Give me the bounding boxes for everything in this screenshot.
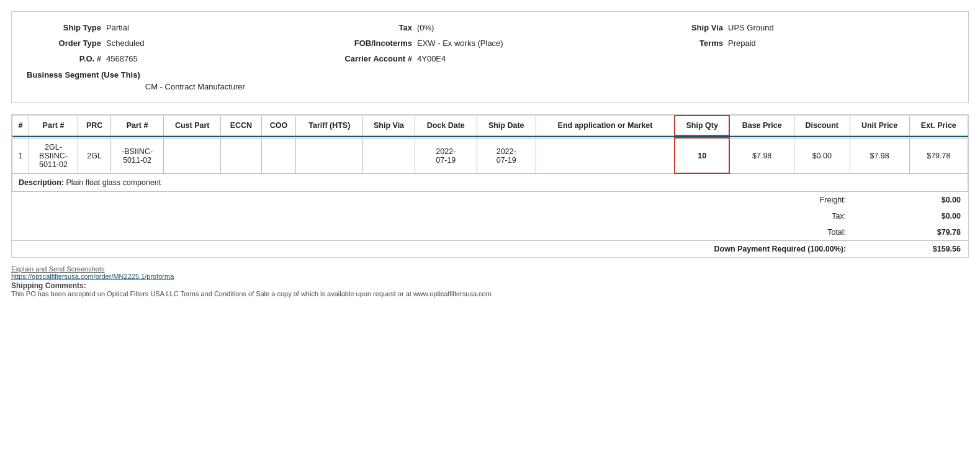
- fob-value: EXW - Ex works (Place): [417, 39, 503, 48]
- ship-type-value: Partial: [106, 23, 129, 32]
- col-cust-part: Cust Part: [164, 116, 221, 135]
- down-payment-row: Down Payment Required (100.00%): $159.56: [12, 241, 968, 258]
- cell-ext-price: $79.78: [909, 138, 968, 173]
- col-dock-date: Dock Date: [415, 116, 477, 135]
- tax-summary-row: Tax: $0.00: [12, 208, 968, 224]
- ship-via-label: Ship Via: [649, 23, 723, 32]
- shipping-comments-title: Shipping Comments:: [11, 281, 86, 290]
- cell-num: 1: [12, 138, 29, 173]
- cell-unit-price: $7.98: [850, 138, 909, 173]
- tax-summary-value: $0.00: [853, 208, 968, 224]
- col-part-num2: Part #: [111, 116, 164, 135]
- col-unit-price: Unit Price: [850, 116, 909, 135]
- description-label: Description:: [19, 178, 64, 187]
- table-row: 1 2GL-BSIINC-5011-02 2GL -BSIINC-5011-02…: [12, 138, 968, 173]
- cell-coo: [261, 138, 296, 173]
- cell-ship-qty: 10: [675, 138, 729, 173]
- business-segment-value: CM - Contract Manufacturer: [145, 70, 245, 91]
- carrier-row: Carrier Account # 4Y00E4: [338, 54, 642, 63]
- tax-value: (0%): [417, 23, 434, 32]
- cell-base-price: $7.98: [729, 138, 794, 173]
- info-grid: Ship Type Partial Order Type Scheduled P…: [27, 23, 953, 91]
- total-row: Total: $79.78: [12, 224, 968, 241]
- tax-label: Tax: [338, 23, 412, 32]
- terms-value: Prepaid: [728, 39, 756, 48]
- cell-part-num: 2GL-BSIINC-5011-02: [29, 138, 78, 173]
- col-prc: PRC: [78, 116, 111, 135]
- cell-ship-date: 2022-07-19: [477, 138, 536, 173]
- freight-label: Freight:: [12, 192, 853, 208]
- cell-discount: $0.00: [794, 138, 850, 173]
- ship-type-label: Ship Type: [27, 23, 101, 32]
- business-segment-label: Business Segment (Use This): [27, 70, 140, 81]
- freight-value: $0.00: [853, 192, 968, 208]
- col-eccn: ECCN: [221, 116, 261, 135]
- footer-text: This PO has been accepted un Optical Fil…: [11, 290, 969, 297]
- col-part-num: Part #: [29, 116, 78, 135]
- ship-via-value: UPS Ground: [728, 23, 774, 32]
- ship-via-row: Ship Via UPS Ground: [649, 23, 953, 32]
- po-value: 4568765: [106, 54, 138, 63]
- col-ship-via: Ship Via: [363, 116, 415, 135]
- cell-part-num2: -BSIINC-5011-02: [111, 138, 164, 173]
- ship-type-row: Ship Type Partial: [27, 23, 331, 32]
- col-base-price: Base Price: [729, 116, 794, 135]
- col-discount: Discount: [794, 116, 850, 135]
- order-type-value: Scheduled: [106, 39, 144, 48]
- cell-tariff: [296, 138, 363, 173]
- down-payment-label: Down Payment Required (100.00%):: [12, 241, 853, 258]
- cell-ship-via: [363, 138, 415, 173]
- order-type-label: Order Type: [27, 39, 101, 48]
- terms-row: Terms Prepaid: [649, 39, 953, 48]
- total-value: $79.78: [853, 224, 968, 241]
- business-segment-row: Business Segment (Use This) CM - Contrac…: [27, 70, 331, 91]
- col-tariff: Tariff (HTS): [296, 116, 363, 135]
- col-ship-qty: Ship Qty: [675, 116, 729, 135]
- carrier-label: Carrier Account #: [338, 54, 412, 63]
- po-label: P.O. #: [27, 54, 101, 63]
- cell-end-app: [536, 138, 675, 173]
- total-label: Total:: [12, 224, 853, 241]
- terms-label: Terms: [649, 39, 723, 48]
- line-items-table: # Part # PRC Part # Cust Part ECCN COO T…: [12, 115, 968, 192]
- description-cell: Description: Plain float glass component: [12, 173, 968, 192]
- url-text[interactable]: https://opticalfiltersusa.com/order/MN22…: [11, 273, 174, 280]
- cell-prc: 2GL: [78, 138, 111, 173]
- freight-row: Freight: $0.00: [12, 192, 968, 208]
- description-row: Description: Plain float glass component: [12, 173, 968, 192]
- col-ext-price: Ext. Price: [909, 116, 968, 135]
- down-payment-value: $159.56: [853, 241, 968, 258]
- description-value: Plain float glass component: [66, 178, 161, 187]
- cell-eccn: [221, 138, 261, 173]
- footer-links: Explain and Send Screenshots https://opt…: [11, 265, 969, 280]
- line-items-table-section: # Part # PRC Part # Cust Part ECCN COO T…: [11, 114, 969, 258]
- tax-row: Tax (0%): [338, 23, 642, 32]
- top-info-box: Ship Type Partial Order Type Scheduled P…: [11, 11, 969, 103]
- tax-summary-label: Tax:: [12, 208, 853, 224]
- cell-cust-part: [164, 138, 221, 173]
- summary-table: Freight: $0.00 Tax: $0.00 Total: $79.78 …: [12, 192, 968, 257]
- fob-label: FOB/Incoterms: [338, 39, 412, 48]
- order-type-row: Order Type Scheduled: [27, 39, 331, 48]
- carrier-value: 4Y00E4: [417, 54, 446, 63]
- col-end-app: End application or Market: [536, 116, 675, 135]
- footer-area: Explain and Send Screenshots https://opt…: [11, 265, 969, 297]
- col-coo: COO: [261, 116, 296, 135]
- explain-link[interactable]: Explain and Send Screenshots: [11, 265, 104, 273]
- col-ship-date: Ship Date: [477, 116, 536, 135]
- col-num: #: [12, 116, 29, 135]
- po-row: P.O. # 4568765: [27, 54, 331, 63]
- cell-dock-date: 2022-07-19: [415, 138, 477, 173]
- fob-row: FOB/Incoterms EXW - Ex works (Place): [338, 39, 642, 48]
